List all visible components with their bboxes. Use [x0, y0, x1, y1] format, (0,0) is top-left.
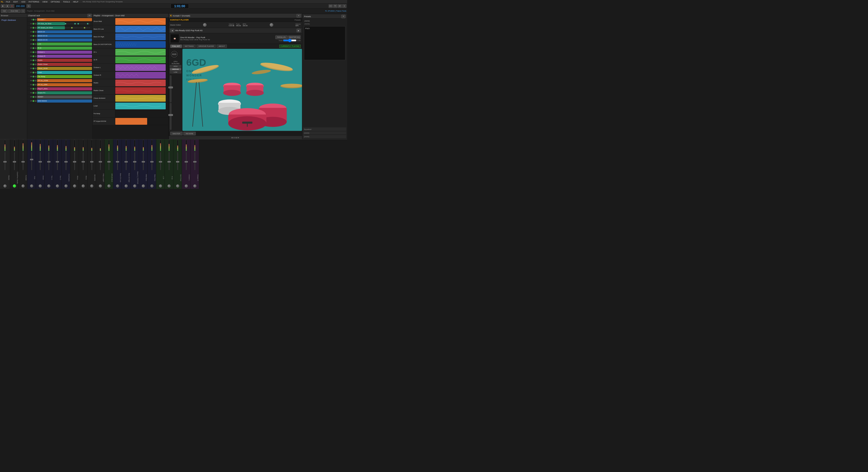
- menu-help[interactable]: HELP: [72, 1, 79, 3]
- send-knob-19[interactable]: [167, 184, 170, 188]
- channel-led-8[interactable]: [35, 31, 37, 33]
- send-knob-5[interactable]: [47, 184, 51, 188]
- send-knob-master[interactable]: [3, 184, 6, 188]
- channel-name-ppimoom[interactable]: PP Im_OOM: [37, 79, 92, 82]
- record-button[interactable]: ●: [10, 4, 14, 8]
- channel-led-24[interactable]: [35, 63, 37, 65]
- channel-led-26[interactable]: [35, 68, 37, 69]
- channel-name-bassdi[interactable]: BASS DI: [37, 30, 92, 33]
- channel-led-1[interactable]: [33, 19, 34, 21]
- channel-name-octavel[interactable]: Octave L: [37, 51, 92, 54]
- fader-knob-5[interactable]: [47, 161, 51, 162]
- tab-groove-player[interactable]: GROOVE PLAYER: [196, 44, 216, 48]
- track-content-far-away[interactable]: [115, 110, 168, 117]
- menu-tools[interactable]: TOOLS: [62, 1, 70, 3]
- fader-knob-20[interactable]: [176, 161, 179, 162]
- channel-led-39[interactable]: [33, 96, 34, 98]
- menu-edit[interactable]: EDIT: [13, 1, 19, 3]
- track-content-di-l[interactable]: [115, 49, 168, 56]
- channel-led-9[interactable]: [33, 35, 34, 37]
- kit-next-btn[interactable]: ▶: [297, 29, 301, 32]
- channel-led-33[interactable]: [33, 84, 34, 86]
- browser-btn[interactable]: BR: [338, 4, 342, 8]
- fader-knob-6[interactable]: [56, 161, 59, 162]
- channel-led-28[interactable]: [35, 72, 37, 73]
- volume-knob-2[interactable]: [270, 23, 273, 27]
- clip-bass-di-high[interactable]: [115, 33, 166, 40]
- channel-led-30[interactable]: [35, 76, 37, 77]
- fader-knob-22[interactable]: [193, 161, 196, 162]
- channel-name-bassdi2[interactable]: BASS DI #2: [37, 34, 92, 37]
- channel-led-32[interactable]: [35, 80, 37, 82]
- track-content-octave-r[interactable]: [115, 71, 168, 79]
- fader-knob-16[interactable]: [142, 161, 145, 162]
- clip-octave-r[interactable]: [115, 72, 166, 78]
- clip-clean-ambient[interactable]: [115, 95, 166, 102]
- side-panel-close[interactable]: ✕: [341, 15, 345, 18]
- bars-btn[interactable]: 3z: [27, 4, 31, 8]
- master-volume-knob[interactable]: [203, 23, 207, 27]
- tab-about[interactable]: ABOUT: [217, 44, 227, 48]
- tab-settings[interactable]: SETTINGS: [183, 44, 196, 48]
- send-knob-16[interactable]: [142, 184, 145, 188]
- channel-led-42[interactable]: [35, 100, 37, 102]
- clip-bass-di-dist[interactable]: [115, 41, 166, 48]
- track-content-di-r[interactable]: [115, 56, 168, 63]
- channel-led-10[interactable]: [35, 35, 37, 37]
- channel-led-25[interactable]: [33, 68, 34, 69]
- channel-led-29[interactable]: [33, 76, 34, 77]
- fader-knob-master[interactable]: [3, 161, 6, 162]
- channel-led-31[interactable]: [33, 80, 34, 82]
- send-knob-14[interactable]: [125, 184, 128, 188]
- channel-led-11[interactable]: [33, 39, 34, 41]
- send-knob-20[interactable]: [176, 184, 179, 188]
- channel-led-17[interactable]: [33, 51, 34, 53]
- send-knob-10[interactable]: [90, 184, 93, 188]
- channel-led-37[interactable]: [33, 92, 34, 94]
- channel-led-36[interactable]: [35, 88, 37, 90]
- channel-name-noisy[interactable]: NOISY: [37, 95, 92, 98]
- channel-led-3[interactable]: [33, 23, 34, 25]
- send-knob-22[interactable]: [193, 184, 196, 188]
- send-knob-17[interactable]: [150, 184, 153, 188]
- channel-name-faraway[interactable]: Far Away: [37, 75, 92, 78]
- channel-led-20[interactable]: [35, 55, 37, 57]
- kontakt-close-btn[interactable]: ✕: [297, 14, 301, 18]
- send-knob-18[interactable]: [159, 184, 162, 188]
- channel-name-midibass[interactable]: MIDI BASS: [37, 99, 92, 102]
- fader-knob-8[interactable]: [73, 161, 76, 162]
- fader-knob-11[interactable]: [99, 161, 102, 162]
- play-button[interactable]: ▶: [1, 4, 5, 8]
- fader-knob-15[interactable]: [133, 161, 136, 162]
- send-knob-12[interactable]: [107, 184, 111, 188]
- fader-knob-3[interactable]: [30, 159, 33, 160]
- channel-name-bassdi3[interactable]: BASS DI #3: [37, 38, 92, 41]
- fader-knob-14[interactable]: [125, 161, 128, 162]
- tab-full-kit[interactable]: FULL KIT: [170, 44, 182, 48]
- channel-name-lead[interactable]: Lead: [37, 71, 92, 74]
- fader-knob-9[interactable]: [82, 161, 85, 162]
- cpu-medium-btn[interactable]: MEDIUM: [170, 68, 181, 70]
- channel-name-radio[interactable]: Radio: [37, 59, 92, 62]
- fader-knob-1[interactable]: [13, 161, 16, 162]
- channel-name-snarefx[interactable]: Snare FX: [37, 91, 92, 94]
- channel-led-7[interactable]: [33, 31, 34, 33]
- menu-options[interactable]: OPTIONS: [50, 1, 61, 3]
- channel-name-rdi[interactable]: R DI: [37, 46, 92, 50]
- piano-roll-btn[interactable]: PR: [333, 4, 337, 8]
- send-knob-1[interactable]: [13, 184, 16, 188]
- clip-radio[interactable]: [115, 80, 166, 86]
- channel-led-12[interactable]: [35, 39, 37, 41]
- send-knob-8[interactable]: [73, 184, 76, 188]
- reverb-bottom-btn[interactable]: REVERB: [183, 132, 196, 135]
- clip-lead[interactable]: [115, 102, 166, 109]
- channel-led-21[interactable]: [33, 59, 34, 61]
- channel-name-popshes[interactable]: Pop P_shes: [37, 87, 92, 90]
- channel-name-cleanambi[interactable]: Clean_Ambi: [37, 67, 92, 70]
- channel-led-23[interactable]: [33, 63, 34, 65]
- fader-knob-17[interactable]: [150, 161, 153, 162]
- menu-add[interactable]: ADD: [21, 1, 26, 3]
- channel-led-2[interactable]: [35, 19, 37, 21]
- send-knob-13[interactable]: [116, 184, 119, 188]
- track-content-bass-di-low[interactable]: [115, 25, 168, 33]
